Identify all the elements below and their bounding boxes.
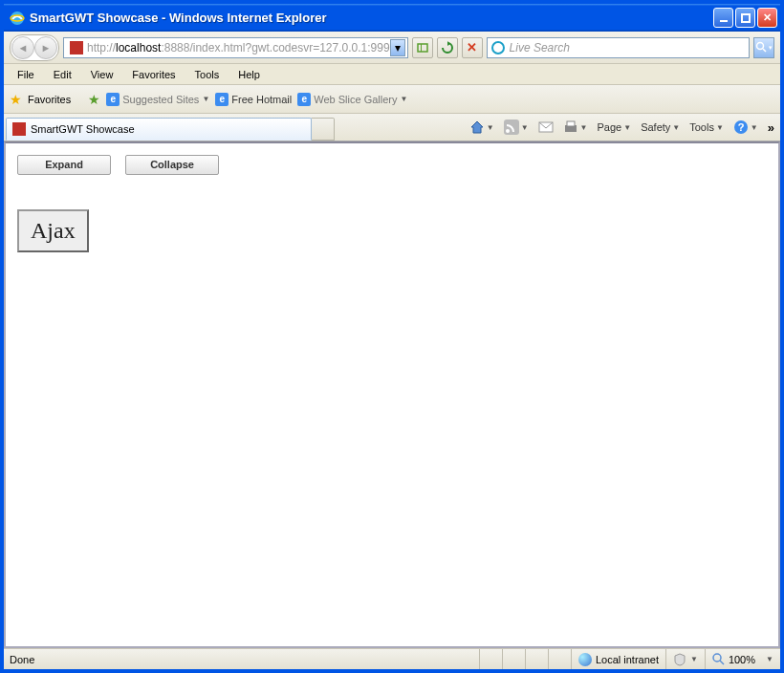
- svg-point-6: [757, 43, 764, 50]
- menu-edit[interactable]: Edit: [44, 66, 81, 83]
- page-menu[interactable]: Page ▼: [594, 119, 636, 136]
- svg-rect-2: [720, 20, 728, 22]
- zoom-icon: [712, 653, 725, 665]
- command-bar: ▼ ▼ ▼ Page ▼ Safety ▼ Tools ▼ ?▼ »: [466, 116, 774, 139]
- ajax-label-box[interactable]: Ajax: [17, 209, 89, 252]
- svg-line-7: [763, 49, 766, 52]
- ie-page-icon: e: [297, 93, 311, 106]
- expand-button[interactable]: Expand: [17, 155, 111, 175]
- security-zone[interactable]: Local intranet: [571, 649, 665, 669]
- menu-view[interactable]: View: [81, 66, 123, 83]
- favorites-star-icon[interactable]: ★: [10, 92, 22, 107]
- search-placeholder: Live Search: [510, 41, 570, 54]
- refresh-button[interactable]: [437, 37, 458, 58]
- protected-mode[interactable]: ▼: [665, 649, 705, 669]
- ie-page-icon: e: [215, 93, 229, 106]
- home-icon: [469, 119, 485, 135]
- status-text: Done: [4, 654, 479, 665]
- feeds-button[interactable]: ▼: [500, 117, 533, 138]
- collapse-button[interactable]: Collapse: [125, 155, 219, 175]
- suggested-sites-link[interactable]: eSuggested Sites ▼: [106, 93, 209, 106]
- tools-menu[interactable]: Tools ▼: [686, 119, 728, 136]
- menu-favorites[interactable]: Favorites: [122, 66, 185, 83]
- menu-file[interactable]: File: [8, 66, 44, 83]
- web-slice-link[interactable]: eWeb Slice Gallery ▼: [297, 93, 407, 106]
- favorites-bar: ★ Favorites ★ eSuggested Sites ▼ eFree H…: [4, 85, 780, 114]
- search-button[interactable]: ▾: [753, 37, 774, 58]
- stop-button[interactable]: ✕: [462, 37, 483, 58]
- tab-label: SmartGWT Showcase: [31, 123, 135, 135]
- print-button[interactable]: ▼: [559, 117, 592, 138]
- compat-button[interactable]: [412, 37, 433, 58]
- url-text: http://localhost:8888/index.html?gwt.cod…: [87, 41, 390, 54]
- url-dropdown[interactable]: ▾: [390, 39, 405, 56]
- status-bar: Done Local intranet ▼ 100% ▼: [4, 648, 780, 669]
- new-tab-button[interactable]: [312, 118, 335, 141]
- mail-icon: [538, 121, 554, 133]
- free-hotmail-link[interactable]: eFree Hotmail: [215, 93, 292, 106]
- ie-icon: [10, 11, 25, 26]
- svg-rect-12: [567, 121, 575, 126]
- safety-menu[interactable]: Safety ▼: [637, 119, 684, 136]
- print-icon: [563, 119, 578, 135]
- ie-page-icon: e: [106, 93, 120, 106]
- rss-icon: [504, 119, 519, 135]
- svg-point-9: [506, 129, 510, 133]
- add-favorite-icon[interactable]: ★: [88, 92, 100, 107]
- svg-rect-4: [418, 44, 427, 52]
- page-content: Expand Collapse Ajax: [4, 141, 780, 648]
- status-cell-1: [479, 649, 502, 669]
- search-bar[interactable]: Live Search: [487, 37, 750, 58]
- mail-button[interactable]: [534, 119, 557, 136]
- minimize-button[interactable]: [713, 8, 733, 28]
- close-button[interactable]: ✕: [757, 8, 777, 28]
- svg-point-15: [713, 654, 721, 662]
- forward-button[interactable]: ►: [34, 36, 57, 59]
- chevron-right-icon[interactable]: »: [768, 120, 774, 135]
- favorites-label[interactable]: Favorites: [28, 94, 71, 105]
- svg-rect-5: [421, 44, 422, 52]
- help-button[interactable]: ?▼: [730, 117, 762, 138]
- maximize-button[interactable]: [735, 8, 755, 28]
- svg-text:?: ?: [737, 121, 744, 133]
- help-icon: ?: [733, 119, 749, 135]
- nav-bar: ◄ ► http://localhost:8888/index.html?gwt…: [4, 32, 780, 64]
- window-title: SmartGWT Showcase - Windows Internet Exp…: [30, 11, 713, 25]
- zoom-control[interactable]: 100% ▼: [705, 649, 780, 669]
- svg-rect-3: [742, 14, 750, 22]
- globe-icon: [578, 653, 592, 666]
- shield-icon: [673, 653, 686, 666]
- menu-tools[interactable]: Tools: [185, 66, 229, 83]
- menu-bar: File Edit View Favorites Tools Help: [4, 64, 780, 85]
- tab-active[interactable]: SmartGWT Showcase: [6, 118, 312, 141]
- site-favicon: [70, 41, 83, 54]
- status-cell-2: [502, 649, 525, 669]
- status-cell-4: [548, 649, 571, 669]
- tab-bar: SmartGWT Showcase ▼ ▼ ▼ Page ▼ Safety ▼ …: [4, 114, 780, 141]
- menu-help[interactable]: Help: [229, 66, 270, 83]
- home-button[interactable]: ▼: [466, 117, 498, 138]
- tab-favicon: [12, 122, 26, 136]
- back-button[interactable]: ◄: [11, 36, 34, 59]
- titlebar: SmartGWT Showcase - Windows Internet Exp…: [4, 4, 780, 32]
- address-bar[interactable]: http://localhost:8888/index.html?gwt.cod…: [63, 37, 408, 58]
- bing-icon: [491, 41, 505, 54]
- svg-line-16: [720, 661, 724, 664]
- status-cell-3: [525, 649, 548, 669]
